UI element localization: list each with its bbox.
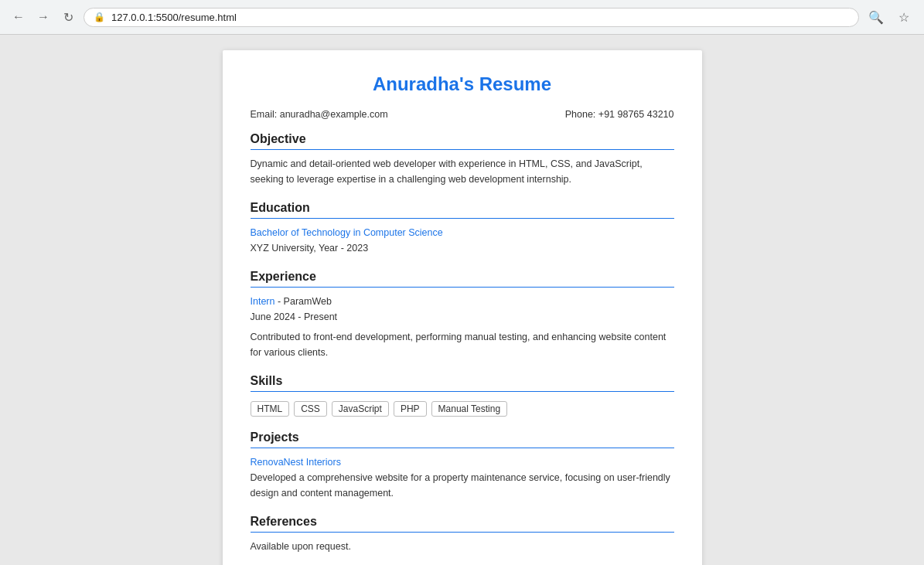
experience-description: Contributed to front-end development, pe… (251, 329, 674, 360)
bookmark-button[interactable]: ☆ (893, 6, 915, 28)
forward-button[interactable]: → (34, 8, 53, 26)
experience-content: Intern - ParamWeb June 2024 - Present Co… (251, 294, 674, 360)
email-label: Email: (251, 109, 278, 120)
page-content: Anuradha's Resume Email: anuradha@exampl… (0, 35, 924, 565)
references-heading: References (251, 515, 674, 533)
browser-toolbar: ← → ↻ 🔒 🔍 ☆ (0, 0, 924, 34)
experience-section: Experience Intern - ParamWeb June 2024 -… (251, 270, 674, 360)
education-content: Bachelor of Technology in Computer Scien… (251, 225, 674, 256)
role-company: Intern - ParamWeb (251, 294, 674, 309)
projects-content: RenovaNest Interiors Developed a compreh… (251, 454, 674, 501)
role-title: Intern (251, 296, 275, 307)
company-name: ParamWeb (284, 296, 332, 307)
projects-section: Projects RenovaNest Interiors Developed … (251, 431, 674, 501)
skill-badge: CSS (294, 401, 327, 417)
skills-list: HTMLCSSJavaScriptPHPManual Testing (251, 398, 674, 417)
experience-duration: June 2024 - Present (251, 309, 674, 325)
phone-contact: Phone: +91 98765 43210 (565, 109, 674, 120)
objective-section: Objective Dynamic and detail-oriented we… (251, 132, 674, 187)
objective-text: Dynamic and detail-oriented web develope… (251, 156, 674, 187)
phone-value: +91 98765 43210 (598, 109, 674, 120)
contact-row: Email: anuradha@example.com Phone: +91 9… (251, 109, 674, 120)
back-button[interactable]: ← (9, 8, 28, 26)
projects-heading: Projects (251, 431, 674, 448)
email-contact: Email: anuradha@example.com (251, 109, 388, 120)
address-bar-wrapper: 🔒 (84, 8, 859, 27)
references-text: Available upon request. (251, 539, 674, 554)
search-button[interactable]: 🔍 (865, 6, 887, 28)
resume-card: Anuradha's Resume Email: anuradha@exampl… (223, 50, 702, 565)
skill-badge: PHP (394, 401, 427, 417)
university-text: XYZ University, Year - 2023 (251, 240, 674, 256)
project-name: RenovaNest Interiors (251, 454, 674, 470)
references-section: References Available upon request. (251, 515, 674, 554)
phone-label: Phone: (565, 109, 596, 120)
skill-badge: Manual Testing (431, 401, 508, 417)
education-heading: Education (251, 201, 674, 219)
role-separator: - (278, 296, 284, 307)
experience-heading: Experience (251, 270, 674, 288)
browser-chrome: ← → ↻ 🔒 🔍 ☆ (0, 0, 924, 35)
refresh-button[interactable]: ↻ (59, 8, 77, 26)
skill-badge: HTML (251, 401, 290, 417)
address-bar[interactable] (111, 12, 849, 23)
education-section: Education Bachelor of Technology in Comp… (251, 201, 674, 256)
skills-section: Skills HTMLCSSJavaScriptPHPManual Testin… (251, 374, 674, 417)
email-value: anuradha@example.com (280, 109, 388, 120)
toolbar-right: 🔍 ☆ (865, 6, 915, 28)
skill-badge: JavaScript (332, 401, 389, 417)
degree-title: Bachelor of Technology in Computer Scien… (251, 225, 674, 240)
lock-icon: 🔒 (94, 12, 105, 22)
project-description: Developed a comprehensive website for a … (251, 470, 674, 501)
resume-title: Anuradha's Resume (251, 73, 674, 95)
skills-heading: Skills (251, 374, 674, 392)
objective-heading: Objective (251, 132, 674, 150)
